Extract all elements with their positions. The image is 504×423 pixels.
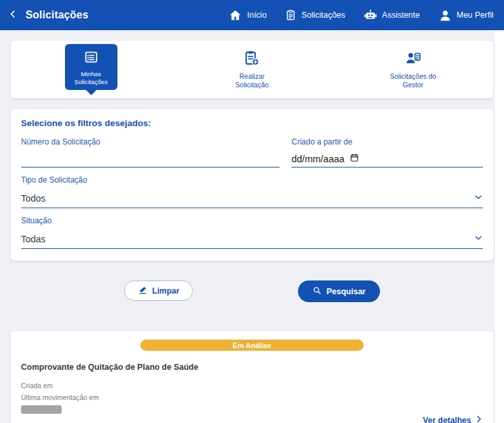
situacao-label: Situação <box>21 216 483 225</box>
eraser-icon <box>138 285 148 297</box>
filter-actions: Limpar Pesquisar <box>0 280 504 302</box>
pesquisar-button[interactable]: Pesquisar <box>298 280 380 302</box>
chevron-left-icon <box>8 9 18 22</box>
tab-label: Solicitações do Gestor <box>385 72 441 89</box>
nav-item-inicio[interactable]: Início <box>228 9 266 22</box>
home-icon <box>228 9 242 22</box>
criado-label: Criado a partir de <box>291 137 483 146</box>
last-movement-label: Última movimentação em <box>21 393 483 401</box>
tipo-label: Tipo de Solicitação <box>21 175 483 185</box>
solicitacao-result-card: Em Análise Comprovante de Quitação de Pl… <box>10 331 494 423</box>
ver-detalhes-link[interactable]: Ver detalhes <box>423 415 483 423</box>
numero-label: Número da Solicitação <box>21 137 280 146</box>
nav-item-meu-perfil[interactable]: Meu Perfil <box>438 9 494 22</box>
nav-label: Solicitações <box>301 11 345 20</box>
filters-panel: Selecione os filtros desejados: Número d… <box>10 109 494 261</box>
robot-icon <box>364 9 377 22</box>
app-header: Solicitações Início Solicitações Assiste… <box>0 0 504 30</box>
nav-label: Assistente <box>382 11 420 20</box>
created-label: Criada em <box>21 382 483 390</box>
situacao-selected-value: Todas <box>21 234 45 244</box>
tipo-selected-value: Todos <box>21 193 45 204</box>
numero-input[interactable] <box>21 150 280 167</box>
back-button[interactable] <box>8 9 18 22</box>
criado-date-input[interactable]: dd/mm/aaaa <box>291 150 483 167</box>
chevron-down-icon <box>474 233 483 245</box>
page-title: Solicitações <box>26 9 89 21</box>
person-clipboard-icon <box>405 50 421 69</box>
active-tab-box: Minhas Solicitações <box>65 44 117 91</box>
filters-title: Selecione os filtros desejados: <box>21 118 483 128</box>
tab-solicitacoes-do-gestor[interactable]: Solicitações do Gestor <box>333 50 494 89</box>
tab-realizar-solicitacao[interactable]: Realizar Solicitação <box>171 50 332 89</box>
tab-label: Realizar Solicitação <box>224 72 280 89</box>
result-title: Comprovante de Quitação de Plano de Saúd… <box>21 363 483 372</box>
nav-label: Meu Perfil <box>457 11 494 20</box>
limpar-button[interactable]: Limpar <box>124 280 194 301</box>
tabs-bar: Minhas Solicitações Realizar Solicitação… <box>10 41 494 99</box>
calendar-icon[interactable] <box>350 153 359 165</box>
nav-label: Início <box>247 11 266 20</box>
status-badge: Em Análise <box>140 340 364 351</box>
clipboard-icon <box>285 9 297 21</box>
chevron-right-icon <box>475 415 483 423</box>
active-tab-pointer <box>86 90 96 95</box>
limpar-label: Limpar <box>152 286 180 296</box>
date-placeholder: dd/mm/aaaa <box>291 154 345 164</box>
tipo-select[interactable]: Todos <box>21 189 483 208</box>
search-icon <box>312 286 322 297</box>
list-icon <box>84 50 98 67</box>
person-icon <box>438 9 452 22</box>
tab-minhas-solicitacoes[interactable]: Minhas Solicitações <box>10 44 171 96</box>
chevron-down-icon <box>474 192 483 204</box>
top-nav: Início Solicitações Assistente Meu Perfi… <box>228 9 494 22</box>
clipboard-plus-icon <box>243 50 260 69</box>
tab-label: Minhas Solicitações <box>68 70 114 86</box>
pesquisar-label: Pesquisar <box>326 287 366 296</box>
nav-item-solicitacoes[interactable]: Solicitações <box>285 9 345 21</box>
scrollbar-track[interactable] <box>495 30 504 423</box>
situacao-select[interactable]: Todas <box>21 229 483 249</box>
nav-item-assistente[interactable]: Assistente <box>364 9 420 22</box>
redacted-date-blob <box>21 405 62 414</box>
details-label: Ver detalhes <box>423 416 471 423</box>
